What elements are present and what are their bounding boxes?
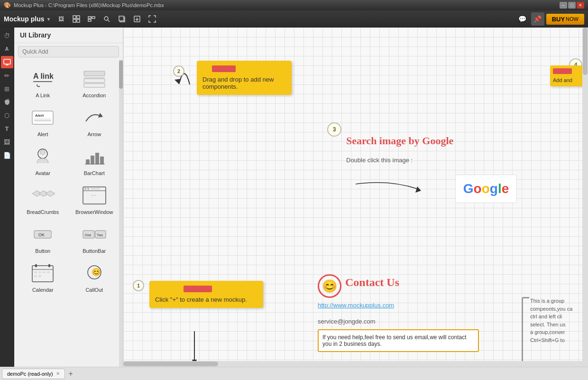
- sidebar-icon-screen[interactable]: [1, 56, 13, 68]
- lib-item-breadcrumbs[interactable]: BreadCrumbs: [18, 181, 68, 218]
- lib-icon-calendar: [28, 261, 57, 285]
- close-button[interactable]: ✕: [577, 2, 584, 9]
- lib-icon-alink: A link: [28, 67, 57, 91]
- svg-marker-64: [415, 186, 421, 193]
- lib-item-browserwindow[interactable]: ↔ ↔ BrowserWindow: [70, 181, 119, 218]
- tabsbar: demoPc (read-only) ✕ +: [0, 367, 588, 380]
- canvas[interactable]: 2 Drag and drop to add new components. 3…: [123, 28, 588, 367]
- svg-rect-3: [77, 19, 80, 22]
- svg-text:😊: 😊: [92, 268, 101, 277]
- now-label: NOW: [566, 16, 579, 22]
- lib-label-buttonbar: ButtonBar: [83, 248, 106, 254]
- svg-text:Alert: Alert: [35, 113, 44, 118]
- svg-rect-57: [43, 271, 46, 273]
- svg-rect-5: [92, 17, 95, 19]
- sidebar-icon-timer[interactable]: ⏱: [1, 29, 13, 42]
- svg-rect-42: [91, 188, 100, 190]
- sidebar-icons: ⏱ A ✏ ⊞ ⬡ T 🖼 📄: [0, 28, 14, 367]
- svg-rect-2: [73, 19, 76, 22]
- toolbar-grid-icon[interactable]: [70, 12, 83, 26]
- note1[interactable]: Click "+" to create a new mockup.: [149, 281, 263, 308]
- svg-line-9: [108, 20, 110, 22]
- lib-item-avatar[interactable]: Avatar: [18, 142, 68, 179]
- lib-item-accordion[interactable]: Accordion: [70, 64, 119, 101]
- app-menu-chevron[interactable]: ▼: [46, 17, 51, 22]
- quick-add-input[interactable]: [18, 46, 119, 57]
- lib-icon-buttonbar: One Two: [80, 222, 109, 246]
- contact-link[interactable]: http://www.mockupplus.com: [318, 302, 394, 309]
- sidebar-icon-image[interactable]: 🖼: [1, 136, 13, 148]
- svg-text:↔: ↔: [93, 194, 97, 197]
- toolbar-note-icon[interactable]: 📌: [531, 12, 544, 26]
- canvas-hscroll[interactable]: [123, 361, 588, 367]
- sidebar-icon-type[interactable]: T: [1, 122, 13, 135]
- svg-rect-26: [34, 120, 51, 121]
- toolbar-export-icon[interactable]: [130, 12, 144, 26]
- svg-rect-58: [47, 271, 50, 273]
- svg-text:OK: OK: [38, 232, 45, 237]
- svg-rect-11: [119, 16, 124, 21]
- lib-icon-callout: 😊: [80, 261, 109, 285]
- lib-item-button[interactable]: OK Button: [18, 220, 68, 257]
- note2[interactable]: Drag and drop to add new components.: [197, 61, 292, 95]
- lib-icon-browserwindow: ↔ ↔: [80, 184, 109, 207]
- menubar: Mockup plus ▼ 🖼 💬 📌 BUY NOW: [0, 10, 588, 28]
- lib-item-alink[interactable]: A link A Link: [18, 64, 68, 101]
- contact-email: service@jongde.com: [318, 318, 376, 325]
- lib-item-alert[interactable]: Alert Alert: [18, 103, 68, 140]
- svg-rect-19: [84, 71, 105, 76]
- note2-num: 2: [177, 68, 180, 74]
- group-bracket: [522, 297, 529, 367]
- svg-point-8: [104, 17, 108, 20]
- ui-library-title: UI Library: [14, 28, 123, 43]
- app-logo[interactable]: Mockup plus ▼: [4, 15, 51, 23]
- toolbar-fullscreen-icon[interactable]: [146, 12, 159, 26]
- lib-item-barchart[interactable]: BarChart: [70, 142, 119, 179]
- sidebar-icon-grid[interactable]: ⊞: [1, 83, 13, 95]
- maximize-button[interactable]: □: [568, 2, 576, 9]
- sidebar-icon-edit[interactable]: ✏: [1, 69, 13, 82]
- svg-rect-54: [48, 264, 50, 267]
- lib-item-calendar[interactable]: Calendar: [18, 259, 68, 296]
- svg-rect-14: [4, 59, 10, 64]
- svg-rect-0: [73, 16, 76, 19]
- svg-rect-1: [77, 16, 80, 19]
- tab-demopc[interactable]: demoPc (read-only) ✕: [2, 369, 65, 379]
- main-layout: ⏱ A ✏ ⊞ ⬡ T 🖼 📄 UI Library A link: [0, 28, 588, 367]
- tab-close-button[interactable]: ✕: [56, 371, 60, 376]
- svg-rect-31: [91, 156, 94, 164]
- toolbar-copy-icon[interactable]: [115, 12, 129, 26]
- sidebar-icon-apple[interactable]: [1, 96, 13, 108]
- scroll-track[interactable]: [119, 60, 123, 367]
- svg-rect-22: [84, 83, 105, 87]
- note1-text: Click "+" to create a new mockup.: [155, 296, 247, 303]
- lib-item-arrow[interactable]: Arrow: [70, 103, 119, 140]
- tab-add-button[interactable]: +: [67, 370, 75, 378]
- sidebar-icon-doc[interactable]: 📄: [1, 149, 13, 161]
- buy-now-button[interactable]: BUY NOW: [546, 14, 584, 25]
- toolbar-share-icon[interactable]: [85, 12, 98, 26]
- svg-point-40: [84, 188, 86, 190]
- svg-text:One: One: [85, 233, 91, 237]
- lib-item-buttonbar[interactable]: One Two ButtonBar: [70, 220, 119, 257]
- toolbar-chat-icon[interactable]: 💬: [516, 12, 529, 26]
- vscroll-thumb: [583, 28, 588, 75]
- app-icon: 🎨: [4, 2, 11, 9]
- app-name: Mockup plus: [4, 15, 45, 23]
- lib-item-callout[interactable]: 😊 CallOut: [70, 259, 119, 296]
- sidebar-icon-shapes[interactable]: ⬡: [1, 109, 13, 121]
- canvas-vscroll[interactable]: [582, 28, 588, 361]
- note-badge-1: 1: [133, 280, 144, 291]
- note-badge-2: 2: [173, 65, 184, 77]
- titlebar: 🎨 Mockup Plus - C:\Program Files (x86)\M…: [0, 0, 588, 10]
- sidebar-icon-text[interactable]: A: [1, 43, 13, 55]
- note1-num: 1: [137, 283, 140, 288]
- buy-label: BUY: [552, 16, 565, 23]
- minimize-button[interactable]: –: [560, 2, 567, 9]
- google-logo: Google: [463, 181, 509, 196]
- group-note: This is a groupcompeonts,you cactrl and …: [530, 297, 572, 344]
- toolbar-search-icon[interactable]: [100, 12, 113, 26]
- toolbar-icon-image[interactable]: 🖼: [55, 12, 68, 26]
- google-logo-box[interactable]: Google: [455, 175, 517, 203]
- note2-text: Drag and drop to add new components.: [202, 76, 274, 90]
